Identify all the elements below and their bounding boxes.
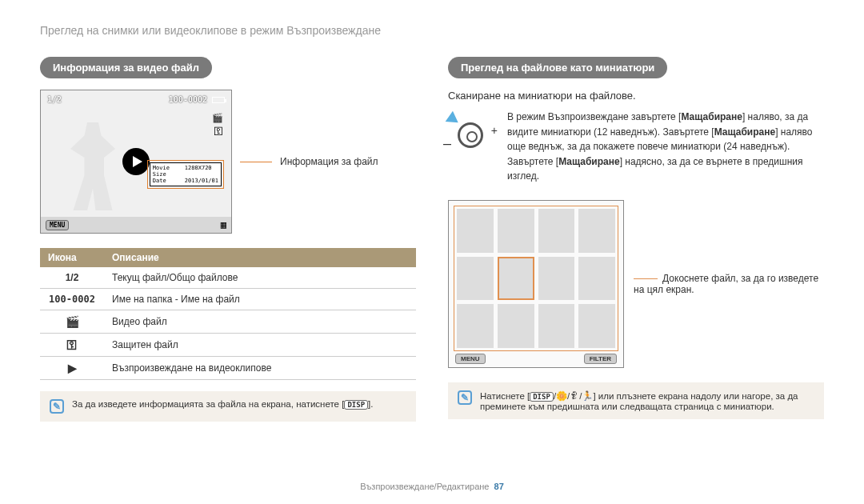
movie-icon: 🎬: [212, 113, 223, 123]
thumb-item[interactable]: [498, 209, 534, 253]
file-counter: 1/2: [47, 95, 62, 104]
info-icon: ✎: [458, 390, 472, 405]
row-icon: ▶: [40, 357, 104, 380]
row-desc: Възпроизвеждане на видеоклипове: [104, 357, 416, 380]
left-column: Информация за видео файл 1/2 100-0002 🎬 …: [40, 57, 416, 422]
file-info-callout: Информация за файл: [280, 156, 378, 167]
thumb-item[interactable]: [538, 304, 575, 348]
page-header-title: Преглед на снимки или видеоклипове в реж…: [40, 24, 824, 37]
disp-button-chip: DISP: [530, 392, 554, 402]
thumb-item[interactable]: [457, 257, 494, 301]
section-title-video-info: Информация за видео файл: [40, 57, 212, 78]
lock-icon: ⚿: [214, 126, 223, 137]
th-desc: Описание: [104, 248, 416, 267]
lock-icon: ⚿: [66, 338, 78, 351]
row-desc: Текущ файл/Общо файлове: [104, 267, 416, 289]
rotate-arrow-icon: [442, 111, 458, 127]
info-label-date: Date: [153, 178, 182, 184]
page-footer: Възпроизвеждане/Редактиране 87: [0, 482, 864, 491]
thumb-item-selected[interactable]: [498, 257, 534, 301]
video-playback-screen: 1/2 100-0002 🎬 ⚿ Movie Size1280X720 Date…: [40, 90, 232, 234]
page-number: 87: [494, 482, 504, 491]
row-icon: ⚿: [40, 334, 104, 357]
play-button[interactable]: [122, 148, 150, 175]
table-row: 1/2 Текущ файл/Общо файлове: [40, 267, 416, 289]
menu-button[interactable]: MENU: [455, 354, 486, 364]
note-text-post: ].: [368, 399, 373, 409]
table-row: 🎬 Видео файл: [40, 310, 416, 334]
thumb-item[interactable]: [578, 257, 615, 301]
note-box-disp: ✎ За да изведете информацията за файла н…: [40, 391, 416, 422]
thumb-item[interactable]: [498, 304, 534, 348]
row-icon: 🎬: [40, 310, 104, 334]
thumbnail-view-icon[interactable]: ▦: [221, 219, 226, 230]
thumb-item[interactable]: [538, 257, 575, 301]
th-icon: Икона: [40, 248, 104, 267]
disp-button-chip: DISP: [344, 400, 368, 410]
info-icon: ✎: [50, 399, 64, 414]
info-value-size: 1280X720: [185, 165, 212, 178]
zoom-dial-icon: + –: [448, 114, 496, 154]
thumb-callout: Докоснете файл, за да го изведете на цял…: [634, 273, 824, 295]
callout-line: [634, 278, 658, 279]
info-value-date: 2013/01/01: [185, 178, 218, 184]
file-id: 100-0002: [169, 95, 207, 104]
section-title-thumbnails: Преглед на файлове като миниатюри: [448, 57, 667, 78]
note-text-pre: За да изведете информацията за файла на …: [72, 399, 344, 409]
icon-legend-table: Икона Описание 1/2 Текущ файл/Общо файло…: [40, 248, 416, 380]
zoom-ring-icon: [458, 122, 483, 148]
play-icon: ▶: [68, 362, 77, 374]
row-icon: 1/2: [40, 267, 104, 289]
table-row: ▶ Възпроизвеждане на видеоклипове: [40, 357, 416, 380]
row-desc: Име на папка - Име на файл: [104, 289, 416, 310]
zoom-out-icon: –: [443, 135, 451, 152]
video-icon: 🎬: [66, 315, 79, 328]
thumb-item[interactable]: [578, 209, 615, 253]
thumb-item[interactable]: [538, 209, 575, 253]
row-desc: Защитен файл: [104, 334, 416, 357]
thumb-item[interactable]: [578, 304, 615, 348]
thumb-item[interactable]: [457, 209, 494, 253]
table-row: 100-0002 Име на папка - Име на файл: [40, 289, 416, 310]
row-desc: Видео файл: [104, 310, 416, 334]
zoom-instruction-text: В режим Възпроизвеждане завъртете [Мащаб…: [507, 110, 824, 184]
callout-line: [240, 162, 272, 162]
thumbnails-subhead: Сканиране на миниатюри на файлове.: [448, 90, 824, 102]
zoom-in-icon: +: [491, 124, 498, 137]
thumb-item[interactable]: [457, 304, 494, 348]
battery-icon: [212, 97, 225, 103]
file-info-overlay: Movie Size1280X720 Date2013/01/01: [150, 162, 222, 186]
right-column: Преглед на файлове като миниатюри Сканир…: [448, 57, 824, 422]
note-box-nav: ✎ Натиснете [DISP/🌼/🕏/🏃] или плъзнете ек…: [448, 382, 824, 419]
footer-section: Възпроизвеждане/Редактиране: [360, 482, 489, 491]
row-icon: 100-0002: [40, 289, 104, 310]
menu-button[interactable]: MENU: [46, 220, 69, 230]
note-text-pre: Натиснете [: [480, 391, 530, 401]
video-thumbnail-figure: [65, 122, 121, 210]
thumbnail-grid-screen: MENU FILTER: [448, 200, 624, 368]
table-row: ⚿ Защитен файл: [40, 334, 416, 357]
info-label-size: Movie Size: [153, 165, 182, 178]
thumbnail-grid: [457, 209, 615, 348]
filter-button[interactable]: FILTER: [584, 354, 617, 364]
